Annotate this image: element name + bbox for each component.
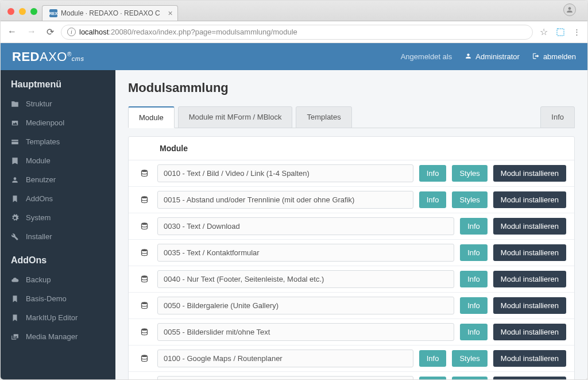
- bookmark-star-icon[interactable]: ☆: [540, 26, 548, 37]
- sidebar-item-benutzer[interactable]: Benutzer: [1, 170, 115, 189]
- info-button[interactable]: Info: [419, 350, 447, 367]
- module-name[interactable]: 0050 - Bildergalerie (Unite Gallery): [157, 297, 454, 314]
- favicon: REX: [49, 9, 57, 17]
- minimize-window[interactable]: [19, 8, 26, 15]
- install-button[interactable]: Modul installieren: [493, 350, 566, 367]
- sidebar-item-label: Benutzer: [26, 175, 56, 184]
- database-icon: [137, 328, 152, 336]
- info-button[interactable]: Info: [419, 191, 447, 208]
- info-button[interactable]: Info: [419, 165, 447, 182]
- module-name[interactable]: 0100 - Google Maps / Routenplaner: [157, 350, 413, 367]
- database-icon: [137, 248, 152, 257]
- module-row: 0040 - Nur Text (Footer, Seitenleiste, M…: [129, 266, 574, 293]
- install-button[interactable]: Modul installieren: [493, 218, 566, 235]
- forward-arrow-icon[interactable]: →: [27, 26, 36, 37]
- close-window[interactable]: [7, 8, 14, 15]
- install-button[interactable]: Modul installieren: [493, 377, 566, 380]
- bookmark-icon: [11, 295, 19, 303]
- bookmark-icon: [11, 195, 19, 203]
- tab-module[interactable]: Module: [128, 106, 175, 128]
- back-arrow-icon[interactable]: ←: [7, 26, 17, 37]
- reload-icon[interactable]: ⟳: [47, 26, 54, 37]
- maximize-window[interactable]: [30, 8, 37, 15]
- site-info-icon[interactable]: i: [67, 28, 76, 36]
- styles-button[interactable]: Styles: [452, 377, 487, 380]
- module-name[interactable]: 0035 - Text / Kontaktformular: [157, 244, 454, 262]
- info-button[interactable]: Info: [460, 271, 488, 287]
- styles-button[interactable]: Styles: [452, 165, 487, 182]
- profile-icon[interactable]: [563, 3, 576, 16]
- tab-info[interactable]: Info: [540, 106, 575, 128]
- module-name[interactable]: 0055 - Bilderslider mit/ohne Text: [157, 323, 454, 341]
- svg-point-7: [141, 328, 147, 331]
- install-button[interactable]: Modul installieren: [493, 244, 566, 261]
- install-button[interactable]: Modul installieren: [493, 191, 566, 208]
- sidebar-item-installer[interactable]: Installer: [1, 227, 115, 246]
- svg-rect-0: [557, 29, 564, 36]
- sidebar-item-medienpool[interactable]: Medienpool: [1, 113, 115, 132]
- styles-button[interactable]: Styles: [452, 350, 487, 367]
- redaxo-logo[interactable]: REDAXO®cms: [12, 49, 84, 64]
- wrench-icon: [11, 233, 19, 241]
- sidebar-item-label: MarkItUp Editor: [26, 313, 78, 322]
- url-text: localhost:20080/redaxo/index.php?page=mo…: [79, 28, 297, 36]
- sidebar-item-system[interactable]: System: [1, 208, 115, 227]
- sidebar-item-backup[interactable]: Backup: [1, 270, 115, 289]
- menu-dots-icon[interactable]: ⋮: [573, 28, 581, 36]
- sidebar-item-templates[interactable]: Templates: [1, 132, 115, 151]
- cogs-icon: [11, 214, 19, 222]
- extension-icon[interactable]: [556, 28, 565, 37]
- folder-icon: [11, 100, 19, 108]
- browser-tab[interactable]: REX Module · REDAXO · REDAXO C ×: [42, 5, 178, 21]
- sidebar-item-module[interactable]: Module: [1, 151, 115, 170]
- styles-button[interactable]: Styles: [452, 191, 487, 208]
- sidebar-item-label: Struktur: [26, 99, 52, 108]
- sidebar-item-label: AddOns: [26, 194, 53, 203]
- module-name[interactable]: 0015 - Abstand und/oder Trennlinie (mit …: [157, 191, 413, 209]
- logout-icon: [532, 52, 540, 62]
- database-icon: [137, 301, 152, 310]
- info-button[interactable]: Info: [419, 377, 447, 380]
- book-icon: [11, 157, 19, 165]
- install-button[interactable]: Modul installieren: [493, 271, 566, 287]
- database-icon: [137, 354, 152, 363]
- info-button[interactable]: Info: [460, 218, 488, 235]
- svg-point-1: [141, 170, 147, 172]
- logout-link[interactable]: abmelden: [532, 52, 576, 62]
- sidebar-item-basis-demo[interactable]: Basis-Demo: [1, 289, 115, 308]
- app-header: REDAXO®cms Angemeldet als Administrator …: [1, 43, 587, 70]
- install-button[interactable]: Modul installieren: [493, 324, 566, 340]
- module-name[interactable]: 0030 - Text / Download: [157, 217, 454, 235]
- info-button[interactable]: Info: [460, 244, 488, 261]
- svg-point-6: [141, 302, 147, 304]
- sidebar: Hauptmenü StrukturMedienpoolTemplatesMod…: [1, 70, 115, 380]
- admin-link[interactable]: Administrator: [465, 52, 520, 62]
- module-name[interactable]: 0105 - Parallax (skrollr): [157, 376, 413, 380]
- module-name[interactable]: 0040 - Nur Text (Footer, Seitenleiste, M…: [157, 270, 454, 288]
- url-input[interactable]: i localhost:20080/redaxo/index.php?page=…: [61, 25, 533, 40]
- install-button[interactable]: Modul installieren: [493, 297, 566, 314]
- info-button[interactable]: Info: [460, 297, 488, 314]
- tab-templates[interactable]: Templates: [296, 106, 351, 128]
- close-tab-icon[interactable]: ×: [168, 9, 173, 18]
- sidebar-item-struktur[interactable]: Struktur: [1, 94, 115, 113]
- module-row: 0030 - Text / DownloadInfoModul installi…: [129, 213, 574, 240]
- sidebar-item-addons[interactable]: AddOns: [1, 189, 115, 208]
- info-button[interactable]: Info: [460, 324, 488, 340]
- module-name[interactable]: 0010 - Text / Bild / Video / Link (1-4 S…: [157, 164, 413, 182]
- tabs: Module Module mit MForm / MBlock Templat…: [128, 106, 575, 128]
- install-button[interactable]: Modul installieren: [493, 165, 566, 182]
- address-bar: ← → ⟳ i localhost:20080/redaxo/index.php…: [1, 21, 587, 43]
- svg-point-3: [141, 222, 147, 225]
- sidebar-item-markitup-editor[interactable]: MarkItUp Editor: [1, 308, 115, 327]
- database-icon: [137, 169, 152, 178]
- sidebar-item-media-manager[interactable]: Media Manager: [1, 327, 115, 346]
- svg-point-4: [141, 249, 147, 251]
- sidebar-item-label: Installer: [26, 232, 52, 241]
- module-row: 0100 - Google Maps / RoutenplanerInfoSty…: [129, 346, 574, 372]
- sidebar-item-label: Medienpool: [26, 118, 64, 127]
- image-icon: [11, 119, 19, 127]
- sidebar-item-label: Basis-Demo: [26, 294, 67, 303]
- svg-point-5: [141, 275, 147, 278]
- tab-module-mform[interactable]: Module mit MForm / MBlock: [178, 106, 293, 128]
